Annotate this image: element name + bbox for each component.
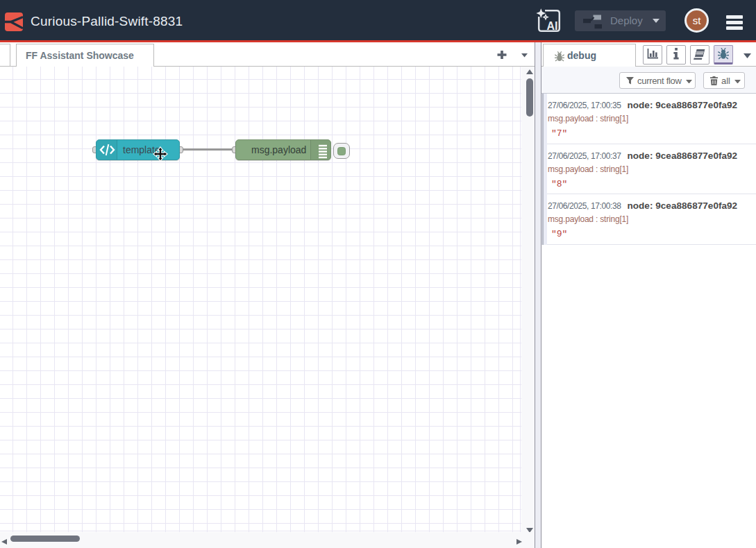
svg-text:AI: AI xyxy=(547,20,558,32)
